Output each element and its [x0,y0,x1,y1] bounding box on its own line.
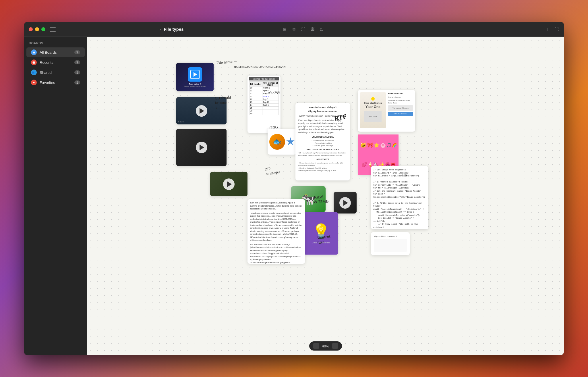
window-body: Boards ◈ All Boards 9 ◉ Recents 9 👥 Shar… [24,37,564,355]
canvas-area[interactable]: App·eries + Deeper into the world of app… [87,37,564,355]
expand-icon[interactable]: ⛶ [554,27,559,32]
titlebar-icons: ⊞ ⧉ ⛶ 🖼 🗂 [282,27,324,32]
folder-icon-btn[interactable]: 🗂 [319,27,324,32]
grid-icon[interactable]: ⊞ [282,27,287,32]
play-button-2[interactable] [196,142,207,153]
sidebar-item-all-boards[interactable]: ◈ All Boards 9 [26,47,85,57]
sidebar-section-label: Boards [24,41,87,47]
copy-icon[interactable]: ⧉ [291,27,297,32]
table-card[interactable]: Modified File date column Bill NumberFir… [247,76,281,133]
doc-card[interactable]: My cool text document [371,232,410,255]
sidebar-item-shared[interactable]: 👥 Shared 1 [26,68,85,77]
play-button-4[interactable] [339,197,351,209]
crop-icon[interactable]: ⛶ [301,27,306,32]
maximize-button[interactable] [41,27,45,31]
app-card[interactable]: App·eries + Deeper into the world of app… [176,63,214,91]
titlebar-center: ‹ File types [61,27,282,32]
annotation-filename: File name → [216,59,237,65]
page-title: File types [164,27,183,32]
all-boards-icon: ◈ [31,49,37,55]
close-button[interactable] [29,27,33,31]
favorites-badge: 1 [74,80,80,84]
breadcrumb-back[interactable]: ‹ [160,27,161,32]
sidebar-toggle[interactable] [50,27,56,32]
zoom-bar: − 40% + [309,341,342,351]
sidebar-item-recents[interactable]: ◉ Recents 9 [26,57,85,67]
zoom-out-button[interactable]: − [313,343,319,349]
main-window: ‹ File types ⊞ ⧉ ⛶ 🖼 🗂 ↑ ⛶ Boards ◈ All … [24,22,564,355]
flighty-card[interactable]: Worried about delays?Flighty has you cov… [295,103,350,180]
play-button-1[interactable] [196,105,207,117]
recents-label: Recents [40,60,71,65]
play-button-3[interactable] [223,178,235,190]
video-card-2[interactable] [176,129,227,166]
video-card-1[interactable]: ▶ 2:34 [176,97,227,124]
shared-badge: 1 [74,70,80,74]
titlebar-right: ↑ ⛶ [545,27,559,32]
recents-icon: ◉ [31,59,37,65]
sidebar-item-favorites[interactable]: ♥ Favorites 1 [26,78,85,87]
shortcut-card[interactable]: 💡 Good Off Shortcut [304,212,338,255]
all-boards-label: All Boards [40,50,71,55]
favorites-label: Favorites [40,80,71,85]
script-card[interactable]: // Get image from arguments var clipboar… [371,166,428,229]
titlebar: ‹ File types ⊞ ⧉ ⛶ 🖼 🗂 ↑ ⛶ [24,22,564,37]
recents-badge: 9 [74,60,80,64]
video-card-4[interactable] [334,192,357,213]
zoom-level: 40% [322,344,329,348]
macstories-card[interactable]: Club MacStories Year One iPad image Fede… [358,90,415,132]
all-boards-badge: 9 [74,50,80,54]
sidebar: Boards ◈ All Boards 9 ◉ Recents 9 👥 Shar… [24,37,87,355]
minimize-button[interactable] [35,27,39,31]
traffic-lights [29,27,45,31]
shared-icon: 👥 [31,70,37,75]
favorites-icon: ♥ [31,80,37,85]
main-content: App·eries + Deeper into the world of app… [87,37,564,355]
shared-label: Shared [40,70,71,75]
png-card[interactable]: 🐟 [268,129,296,155]
image-icon[interactable]: 🖼 [310,27,315,32]
video-card-3[interactable] [210,172,247,196]
annotation-zip: ZIPor images [265,165,281,176]
article-card[interactable]: even with (philosophical) similar, cultu… [247,199,305,264]
share-icon[interactable]: ↑ [545,27,550,32]
zoom-in-button[interactable]: + [332,343,338,349]
annotation-uuid: 4B45F066-1509-5063-B5B7-C24F4410A520 [234,66,286,69]
